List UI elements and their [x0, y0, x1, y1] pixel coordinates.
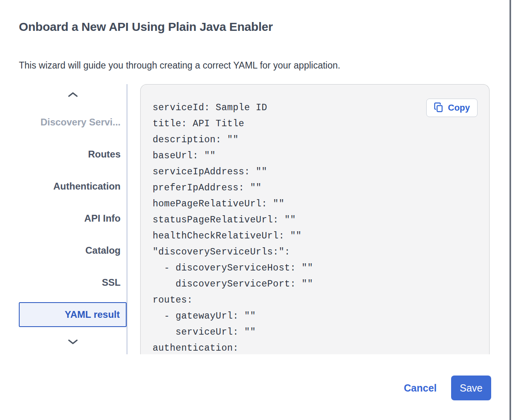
nav-item-authentication[interactable]: Authentication	[19, 170, 127, 202]
nav-item-routes[interactable]: Routes	[19, 138, 127, 170]
code-line: serviceIpAddress: ""	[153, 164, 477, 180]
nav-item-yaml-result[interactable]: YAML result	[19, 302, 127, 327]
nav-item-ssl[interactable]: SSL	[19, 267, 127, 299]
nav-item-label: Authentication	[53, 181, 121, 192]
code-line: serviceUrl: ""	[153, 324, 477, 340]
nav-item-label: SSL	[102, 277, 121, 288]
code-line: - discoveryServiceHost: ""	[153, 260, 477, 276]
nav-item-label: Routes	[88, 149, 121, 160]
code-line: statusPageRelativeUrl: ""	[153, 212, 477, 228]
nav-scroll-up-button[interactable]	[19, 84, 127, 106]
code-line: description: ""	[153, 132, 477, 148]
copy-icon	[434, 102, 443, 114]
yaml-result-panel: Copy serviceId: Sample ID title: API Tit…	[140, 84, 490, 354]
nav-item-label: YAML result	[65, 309, 120, 320]
nav-item-label: Catalog	[85, 245, 121, 256]
save-button[interactable]: Save	[451, 376, 491, 400]
nav-item-label: Discovery Servi...	[40, 117, 121, 128]
wizard-step-nav: Discovery Servi... Routes Authentication…	[19, 84, 127, 354]
code-line: "discoveryServiceUrls:":	[153, 244, 477, 260]
nav-item-api-info[interactable]: API Info	[19, 202, 127, 234]
code-line: - gatewayUrl: ""	[153, 308, 477, 324]
code-line: authentication:	[153, 340, 477, 354]
code-line: baseUrl: ""	[153, 148, 477, 164]
code-line: title: API Title	[153, 116, 477, 132]
code-line: discoveryServicePort: ""	[153, 276, 477, 292]
yaml-code-block: serviceId: Sample ID title: API Title de…	[153, 100, 477, 354]
nav-scroll-down-button[interactable]	[19, 331, 127, 354]
nav-item-catalog[interactable]: Catalog	[19, 234, 127, 267]
chevron-up-icon	[68, 92, 78, 99]
wizard-description: This wizard will guide you through creat…	[19, 60, 340, 71]
page-title: Onboard a New API Using Plain Java Enabl…	[19, 20, 273, 34]
nav-item-label: API Info	[84, 213, 121, 224]
code-line: routes:	[153, 292, 477, 308]
chevron-down-icon	[68, 339, 78, 346]
cancel-button[interactable]: Cancel	[404, 382, 437, 394]
nav-item-discovery-service[interactable]: Discovery Servi...	[19, 106, 127, 138]
code-line: healthCheckRelativeUrl: ""	[153, 228, 477, 244]
copy-button-label: Copy	[448, 103, 470, 113]
code-line: preferIpAddress: ""	[153, 180, 477, 196]
copy-button[interactable]: Copy	[426, 99, 478, 117]
code-line: homePageRelativeUrl: ""	[153, 196, 477, 212]
dialog-footer-actions: Cancel Save	[404, 376, 491, 400]
